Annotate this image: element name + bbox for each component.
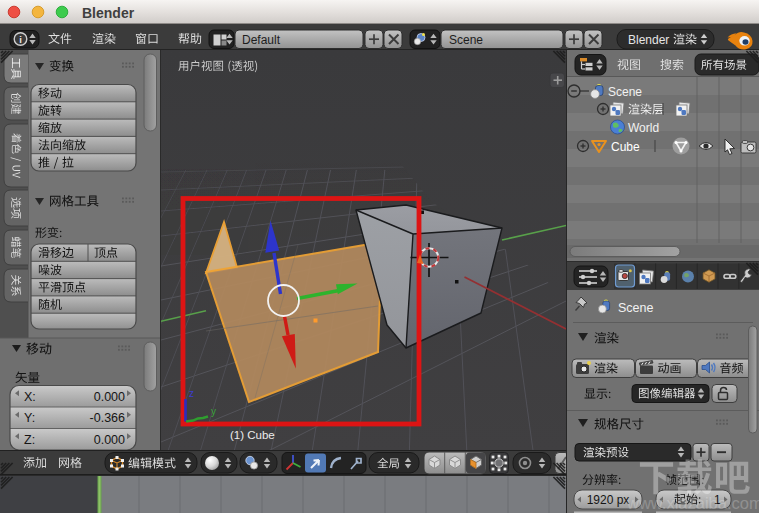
svg-text:Scene: Scene bbox=[618, 301, 653, 315]
svg-text:Scene: Scene bbox=[608, 85, 642, 99]
svg-text:Z:: Z: bbox=[24, 433, 35, 447]
svg-text:Cube: Cube bbox=[611, 140, 640, 154]
svg-text:i: i bbox=[19, 34, 22, 45]
svg-text:Blender: Blender bbox=[628, 33, 669, 47]
svg-text:Default: Default bbox=[242, 33, 281, 47]
svg-text:Y:: Y: bbox=[24, 411, 35, 425]
svg-text:y: y bbox=[211, 406, 216, 417]
svg-text:(1) Cube: (1) Cube bbox=[230, 429, 275, 441]
svg-text:World: World bbox=[628, 121, 659, 135]
svg-text:Scene: Scene bbox=[449, 33, 483, 47]
svg-text:-0.366: -0.366 bbox=[90, 411, 125, 425]
svg-text:www.xiazaiba.com: www.xiazaiba.com bbox=[626, 494, 759, 512]
svg-text:z: z bbox=[189, 388, 194, 399]
svg-text:1920 px: 1920 px bbox=[587, 493, 630, 507]
svg-text:Blender: Blender bbox=[82, 5, 135, 21]
svg-text:0.000: 0.000 bbox=[94, 433, 125, 447]
svg-text:X:: X: bbox=[24, 390, 36, 404]
svg-text:0.000: 0.000 bbox=[94, 390, 125, 404]
